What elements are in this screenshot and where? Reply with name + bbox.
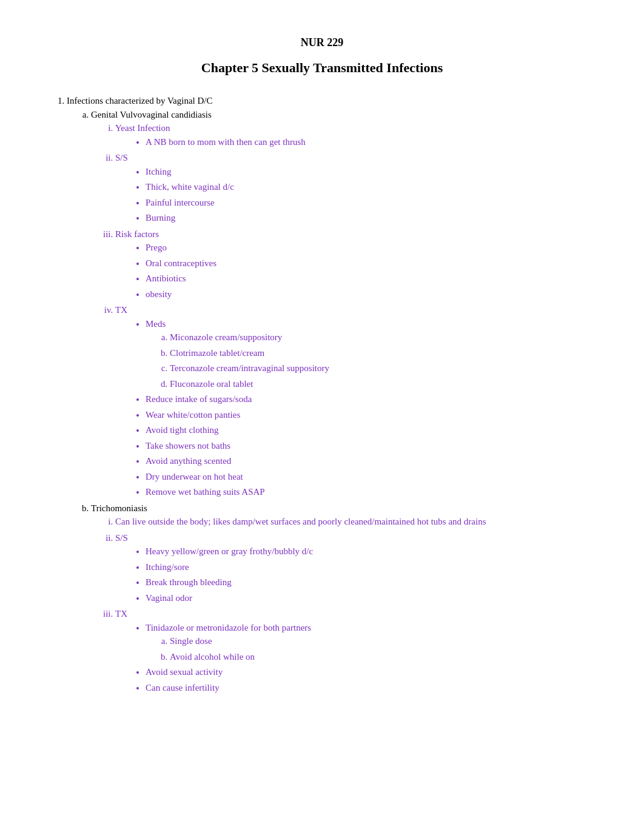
bullet-showers: Take showers not baths [146, 439, 595, 453]
bullet-infertility: Can cause infertility [146, 681, 595, 695]
roman-b-ii-label: S/S [115, 533, 128, 543]
sub-c-terconazole: Terconazole cream/intravaginal supposito… [170, 361, 595, 375]
sub-b-clotrimazole: Clotrimazole tablet/cream [170, 346, 595, 360]
bullet-reduce-sugar: Reduce intake of sugars/soda [146, 392, 595, 406]
risk-bullets: Prego Oral contraceptives Antibiotics ob… [115, 241, 595, 301]
roman-list-b: Can live outside the body; likes damp/we… [91, 515, 595, 694]
bullet-painful: Painful intercourse [146, 196, 595, 210]
bullet-oral-contra: Oral contraceptives [146, 257, 595, 270]
roman-ii-ss: S/S Itching Thick, white vaginal d/c Pai… [115, 151, 595, 225]
bullet-meds: Meds Miconazole cream/suppository Clotri… [146, 317, 595, 391]
roman-b-ii-ss: S/S Heavy yellow/green or gray frothy/bu… [115, 531, 595, 605]
bullet-avoid-tight: Avoid tight clothing [146, 423, 595, 437]
roman-i-yeast: Yeast Infection A NB born to mom with th… [115, 121, 595, 149]
course-title: NUR 229 [49, 36, 595, 49]
trich-tx-bullets: Tinidazole or metronidazole for both par… [115, 621, 595, 695]
sub-d-fluconazole: Fluconazole oral tablet [170, 377, 595, 391]
bullet-thrush: A NB born to mom with then can get thrus… [146, 135, 595, 149]
roman-b-i-label: Can live outside the body; likes damp/we… [115, 517, 486, 526]
section-b: Trichomoniasis Can live outside the body… [91, 501, 595, 695]
roman-iv-tx: TX Meds Miconazole cream/suppository Clo… [115, 303, 595, 499]
main-item-1: Infections characterized by Vaginal D/C … [67, 94, 595, 694]
yeast-bullets: A NB born to mom with then can get thrus… [115, 135, 595, 149]
sub-b-avoid-alcohol: Avoid alcohol while on [170, 650, 595, 664]
bullet-obesity: obesity [146, 287, 595, 301]
bullet-tinidazole: Tinidazole or metronidazole for both par… [146, 621, 595, 664]
roman-iv-label: TX [115, 305, 127, 315]
roman-iii-risk: Risk factors Prego Oral contraceptives A… [115, 227, 595, 301]
sub-a-miconazole: Miconazole cream/suppository [170, 330, 595, 344]
bullet-wet-suits: Remove wet bathing suits ASAP [146, 485, 595, 499]
bullet-thick-white: Thick, white vaginal d/c [146, 180, 595, 194]
bullet-dry-underwear: Dry underwear on hot heat [146, 470, 595, 484]
section-a-label: Genital Vulvovaginal candidiasis [91, 110, 212, 119]
bullet-itching-sore: Itching/sore [146, 560, 595, 574]
bullet-itching: Itching [146, 165, 595, 179]
alpha-list-a: Genital Vulvovaginal candidiasis Yeast I… [67, 108, 595, 695]
roman-b-iii-label: TX [115, 609, 127, 619]
bullet-vaginal-odor: Vaginal odor [146, 591, 595, 605]
bullet-burning: Burning [146, 211, 595, 225]
tx-bullets: Meds Miconazole cream/suppository Clotri… [115, 317, 595, 499]
main-item-1-label: Infections characterized by Vaginal D/C [67, 96, 212, 106]
meds-sub-alpha: Miconazole cream/suppository Clotrimazol… [146, 330, 595, 391]
section-a: Genital Vulvovaginal candidiasis Yeast I… [91, 108, 595, 499]
ss-bullets: Itching Thick, white vaginal d/c Painful… [115, 165, 595, 225]
trich-meds-sub-alpha: Single dose Avoid alcohol while on [146, 634, 595, 663]
chapter-title: Chapter 5 Sexually Transmitted Infection… [49, 60, 595, 76]
bullet-white-panties: Wear white/cotton panties [146, 408, 595, 422]
roman-i-label: Yeast Infection [115, 123, 170, 133]
bullet-break-bleeding: Break through bleeding [146, 575, 595, 589]
bullet-antibiotics: Antibiotics [146, 272, 595, 286]
bullet-prego: Prego [146, 241, 595, 255]
roman-ii-label: S/S [115, 153, 128, 163]
roman-list-a: Yeast Infection A NB born to mom with th… [91, 121, 595, 499]
bullet-avoid-scented: Avoid anything scented [146, 454, 595, 468]
bullet-avoid-sexual: Avoid sexual activity [146, 665, 595, 679]
section-b-label: Trichomoniasis [91, 503, 147, 513]
roman-b-iii-tx: TX Tinidazole or metronidazole for both … [115, 607, 595, 694]
sub-a-single-dose: Single dose [170, 634, 595, 648]
main-outline: Infections characterized by Vaginal D/C … [49, 94, 595, 694]
bullet-heavy-yellow: Heavy yellow/green or gray frothy/bubbly… [146, 545, 595, 558]
trich-ss-bullets: Heavy yellow/green or gray frothy/bubbly… [115, 545, 595, 605]
roman-b-i: Can live outside the body; likes damp/we… [115, 515, 595, 529]
roman-iii-label: Risk factors [115, 229, 159, 239]
